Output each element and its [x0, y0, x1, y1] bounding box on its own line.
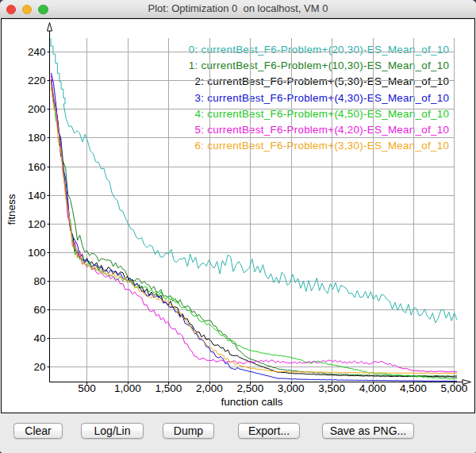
svg-text:240: 240 — [28, 46, 46, 58]
svg-text:function calls: function calls — [221, 396, 282, 408]
svg-text:3: currentBest_F6-Problem+(4,3: 3: currentBest_F6-Problem+(4,30)-ES_Mean… — [195, 92, 450, 104]
svg-text:0: currentBest_F6-Problem+(20,: 0: currentBest_F6-Problem+(20,30)-ES_Mea… — [189, 44, 449, 56]
svg-text:1: currentBest_F6-Problem+(10,: 1: currentBest_F6-Problem+(10,30)-ES_Mea… — [189, 60, 449, 71]
svg-text:4,000: 4,000 — [359, 382, 386, 394]
svg-text:160: 160 — [28, 161, 46, 173]
svg-text:fitness: fitness — [6, 194, 17, 225]
svg-text:200: 200 — [28, 103, 46, 115]
svg-text:40: 40 — [33, 332, 45, 344]
svg-text:3,000: 3,000 — [278, 382, 305, 394]
svg-text:140: 140 — [28, 190, 46, 202]
svg-text:2,000: 2,000 — [196, 382, 223, 394]
svg-text:2: currentBest_F6-Problem+(5,3: 2: currentBest_F6-Problem+(5,30)-ES_Mean… — [195, 75, 450, 87]
svg-text:5: currentBest_F6-Problem+(4,2: 5: currentBest_F6-Problem+(4,20)-ES_Mean… — [195, 124, 450, 136]
svg-text:6: currentBest_F6-Problem+(3,3: 6: currentBest_F6-Problem+(3,30)-ES_Mean… — [195, 140, 450, 152]
svg-text:4: currentBest_F6-Problem+(4,5: 4: currentBest_F6-Problem+(4,50)-ES_Mean… — [195, 108, 450, 120]
svg-text:80: 80 — [33, 275, 45, 287]
svg-text:60: 60 — [33, 304, 45, 316]
svg-text:100: 100 — [28, 247, 46, 259]
svg-text:180: 180 — [28, 132, 46, 144]
svg-text:1,000: 1,000 — [114, 382, 141, 394]
svg-text:120: 120 — [28, 218, 46, 230]
svg-text:20: 20 — [33, 361, 45, 373]
svg-text:220: 220 — [28, 75, 46, 86]
